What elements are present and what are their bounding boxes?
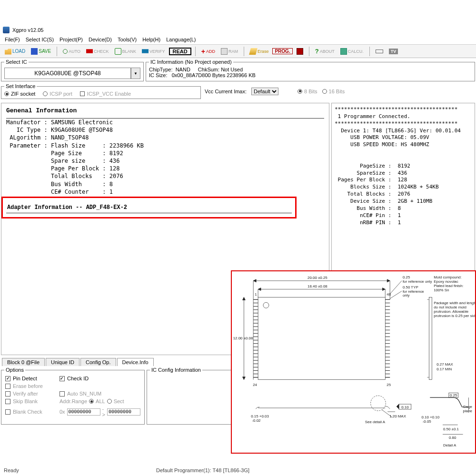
general-body: Manufactor : SAMSUNG Electronic IC Type … [6, 119, 324, 196]
svg-line-68 [390, 281, 402, 294]
menu-language[interactable]: Language(L) [166, 37, 196, 42]
battery-icon [376, 50, 383, 53]
svg-text:24: 24 [253, 383, 257, 387]
auto-button[interactable]: AUTO [61, 48, 82, 55]
svg-rect-74 [429, 297, 432, 379]
chip-blank-icon [115, 48, 121, 55]
ic-info-legend: IC Information (No Project opened) [149, 59, 233, 65]
check-id-check[interactable]: Check ID [60, 376, 140, 381]
chip-icon [297, 48, 303, 55]
zif-radio[interactable]: ZIF socket [4, 91, 35, 97]
options-legend: Options [4, 367, 25, 373]
ic-combo-value: K9GAG08U0E @TSOP48 [4, 68, 131, 79]
addr-inputs: 0x -> [60, 406, 140, 417]
addr-from[interactable] [67, 408, 100, 416]
svg-text:0.10: 0.10 [401, 405, 409, 409]
tab-uniqueid[interactable]: Unique ID [46, 358, 79, 366]
svg-text:0.15 +0.03      -0.02: 0.15 +0.03 -0.02 [251, 414, 269, 423]
ram-button[interactable]: RAM [219, 47, 240, 56]
menu-project[interactable]: Project(P) [60, 37, 83, 42]
svg-text:Mold compound:Epoxy novolacPla: Mold compound:Epoxy novolacPlated lead f… [434, 275, 463, 292]
menu-bar: File(F) Select IC(S) Project(P) Device(D… [0, 35, 476, 45]
icsp-radio: ICSP port [43, 91, 72, 97]
save-button[interactable]: SAVE [29, 47, 53, 56]
menu-tools[interactable]: Tools(V) [118, 37, 137, 42]
general-heading: Genenal Information [6, 107, 324, 114]
menu-device[interactable]: Device(D) [89, 37, 112, 42]
addr-to[interactable] [107, 408, 140, 416]
menu-select-ic[interactable]: Select IC(S) [26, 37, 54, 42]
check-button[interactable]: CHECK [84, 47, 111, 56]
svg-text:0.17 MIN: 0.17 MIN [436, 367, 452, 371]
chip-check-icon [86, 48, 93, 55]
tv-icon: TV [389, 49, 398, 54]
addr-range-row: Addr.Range ALL Sect [60, 398, 140, 404]
add-button[interactable]: +ADD [199, 47, 217, 56]
pin-detect-check[interactable]: Pin Detect [5, 376, 53, 381]
select-ic-legend: Select IC [4, 59, 29, 65]
menu-help[interactable]: Help(H) [142, 37, 160, 42]
svg-text:Gageplane: Gageplane [463, 405, 473, 413]
set-interface-group: Set Interface ZIF socket ICSP port ICSP_… [1, 83, 201, 99]
calcu-button[interactable]: CALCU. [338, 47, 366, 56]
svg-text:See detail A: See detail A [365, 420, 386, 424]
tab-configop[interactable]: Config Op. [80, 358, 116, 366]
blank-check-check: Blank Check [5, 406, 53, 417]
verify-icon [142, 48, 149, 55]
eraser-icon [249, 48, 258, 55]
menu-file[interactable]: File(F) [5, 37, 20, 42]
svg-text:25: 25 [387, 383, 391, 387]
chksum-value: Not Used [221, 67, 243, 72]
svg-text:0.50 ±0.1: 0.50 ±0.1 [443, 427, 459, 431]
ic-combo[interactable]: K9GAG08U0E @TSOP48 ▼ [4, 68, 140, 79]
load-button[interactable]: LOAD [3, 47, 27, 56]
svg-text:18.40 ±0.08: 18.40 ±0.08 [307, 284, 327, 288]
app-icon [3, 27, 10, 33]
svg-text:Package width and lengthdo not: Package width and lengthdo not include m… [434, 301, 475, 318]
battery-button[interactable] [374, 49, 385, 54]
folder-open-icon [5, 48, 11, 55]
verify-button[interactable]: VERIFY [140, 47, 167, 56]
bits8-radio: 8 Bits [298, 89, 317, 94]
vcc-label: Vcc Current Imax: [205, 89, 247, 94]
svg-text:0.50 TYPfor referenceonly: 0.50 TYPfor referenceonly [403, 285, 424, 298]
blank-button[interactable]: BLANK [113, 47, 139, 56]
erase-before-check: Erase before [5, 383, 53, 389]
verify-after-check: Verify after [5, 391, 53, 397]
adapter-info: Adapter Information -- ADP_F48-EX-2 [7, 204, 127, 211]
svg-text:0.25for reference only: 0.25for reference only [403, 275, 432, 284]
svg-point-80 [371, 396, 386, 411]
tab-deviceinfo[interactable]: Device.Info [117, 358, 154, 366]
vcc-group: Vcc Current Imax: Default 8 Bits 16 Bits [202, 82, 476, 100]
tab-block0[interactable]: Block 0 @File [2, 358, 45, 366]
read-button[interactable]: READ [169, 48, 191, 55]
svg-text:1.20 MAX: 1.20 MAX [389, 414, 406, 418]
svg-text:12.00 ±0.08: 12.00 ±0.08 [233, 336, 253, 340]
icsp-vcc-check: ICSP_VCC Enable [80, 91, 131, 97]
toolbar: LOAD SAVE AUTO CHECK BLANK VERIFY READ +… [0, 45, 476, 58]
chevron-down-icon[interactable]: ▼ [131, 68, 140, 79]
status-bar: Ready Default Programmer(1): T48 [TL866-… [0, 466, 476, 474]
skip-blank-check: Skip Blank [5, 398, 53, 404]
svg-point-1 [263, 302, 269, 308]
prog-button[interactable]: PROG. [272, 48, 292, 54]
floppy-icon [31, 48, 38, 55]
programmer-log: *************************************** … [335, 106, 472, 226]
svg-text:0.27 MAX: 0.27 MAX [436, 362, 453, 367]
chiptype-value: NAND [176, 67, 190, 72]
status-programmer: Default Programmer(1): T48 [TL866-3G] [156, 467, 249, 473]
vcc-select[interactable]: Default [251, 88, 278, 95]
chip-button[interactable] [295, 47, 305, 56]
bits16-radio: 16 Bits [322, 89, 345, 94]
question-icon: ? [315, 48, 319, 55]
select-ic-group: Select IC K9GAG08U0E @TSOP48 ▼ [1, 59, 144, 81]
svg-text:0.25: 0.25 [450, 393, 457, 397]
ic-config-legend: IC Config Information [150, 367, 202, 373]
icsize-value: 0x00_88A7D800 Bytes 2238966 KB [172, 72, 256, 78]
erase-button[interactable]: Erase [248, 47, 271, 56]
magnifier-icon [63, 49, 68, 54]
tv-button[interactable]: TV [387, 48, 400, 55]
svg-text:0.80: 0.80 [449, 436, 456, 440]
options-group: Options Pin Detect Check ID Erase before… [1, 367, 145, 425]
about-button[interactable]: ?ABOUT [313, 47, 337, 56]
